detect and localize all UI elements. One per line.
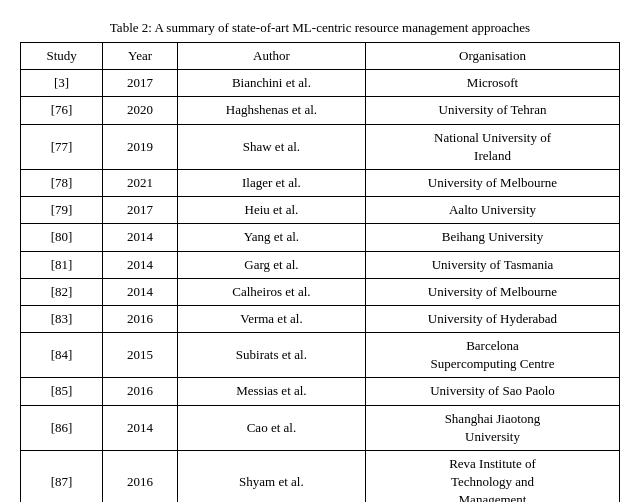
cell-author: Calheiros et al. bbox=[177, 278, 365, 305]
header-author: Author bbox=[177, 43, 365, 70]
cell-author: Messias et al. bbox=[177, 378, 365, 405]
cell-study: [87] bbox=[21, 451, 103, 503]
cell-study: [86] bbox=[21, 405, 103, 450]
cell-organisation: Aalto University bbox=[365, 197, 619, 224]
table-row: [87]2016Shyam et al.Reva Institute ofTec… bbox=[21, 451, 620, 503]
cell-organisation: University of Tehran bbox=[365, 97, 619, 124]
cell-organisation: Reva Institute ofTechnology andManagemen… bbox=[365, 451, 619, 503]
cell-year: 2019 bbox=[103, 124, 178, 169]
cell-study: [85] bbox=[21, 378, 103, 405]
cell-author: Subirats et al. bbox=[177, 333, 365, 378]
cell-year: 2014 bbox=[103, 278, 178, 305]
cell-study: [79] bbox=[21, 197, 103, 224]
table-container: Table 2: A summary of state-of-art ML-ce… bbox=[20, 20, 620, 502]
cell-year: 2017 bbox=[103, 70, 178, 97]
table-row: [82]2014Calheiros et al.University of Me… bbox=[21, 278, 620, 305]
table-caption: Table 2: A summary of state-of-art ML-ce… bbox=[20, 20, 620, 36]
cell-organisation: University of Hyderabad bbox=[365, 305, 619, 332]
cell-organisation: University of Melbourne bbox=[365, 169, 619, 196]
cell-author: Haghshenas et al. bbox=[177, 97, 365, 124]
cell-organisation: Microsoft bbox=[365, 70, 619, 97]
table-row: [3]2017Bianchini et al.Microsoft bbox=[21, 70, 620, 97]
table-row: [79]2017Heiu et al.Aalto University bbox=[21, 197, 620, 224]
header-row: Study Year Author Organisation bbox=[21, 43, 620, 70]
cell-study: [82] bbox=[21, 278, 103, 305]
table-row: [83]2016Verma et al.University of Hydera… bbox=[21, 305, 620, 332]
cell-organisation: BarcelonaSupercomputing Centre bbox=[365, 333, 619, 378]
table-row: [80]2014Yang et al.Beihang University bbox=[21, 224, 620, 251]
cell-study: [76] bbox=[21, 97, 103, 124]
table-row: [76]2020Haghshenas et al.University of T… bbox=[21, 97, 620, 124]
cell-year: 2020 bbox=[103, 97, 178, 124]
cell-study: [81] bbox=[21, 251, 103, 278]
cell-organisation: National University ofIreland bbox=[365, 124, 619, 169]
header-organisation: Organisation bbox=[365, 43, 619, 70]
cell-year: 2017 bbox=[103, 197, 178, 224]
cell-year: 2014 bbox=[103, 405, 178, 450]
cell-year: 2014 bbox=[103, 251, 178, 278]
cell-organisation: Shanghai JiaotongUniversity bbox=[365, 405, 619, 450]
cell-organisation: Beihang University bbox=[365, 224, 619, 251]
cell-organisation: University of Tasmania bbox=[365, 251, 619, 278]
cell-author: Heiu et al. bbox=[177, 197, 365, 224]
header-study: Study bbox=[21, 43, 103, 70]
table-row: [84]2015Subirats et al.BarcelonaSupercom… bbox=[21, 333, 620, 378]
cell-year: 2016 bbox=[103, 451, 178, 503]
cell-study: [83] bbox=[21, 305, 103, 332]
cell-author: Bianchini et al. bbox=[177, 70, 365, 97]
cell-year: 2016 bbox=[103, 378, 178, 405]
cell-study: [77] bbox=[21, 124, 103, 169]
table-row: [77]2019Shaw et al.National University o… bbox=[21, 124, 620, 169]
cell-study: [80] bbox=[21, 224, 103, 251]
cell-study: [3] bbox=[21, 70, 103, 97]
table-row: [86]2014Cao et al.Shanghai JiaotongUnive… bbox=[21, 405, 620, 450]
cell-author: Garg et al. bbox=[177, 251, 365, 278]
cell-study: [78] bbox=[21, 169, 103, 196]
table-row: [78]2021Ilager et al.University of Melbo… bbox=[21, 169, 620, 196]
cell-author: Cao et al. bbox=[177, 405, 365, 450]
table-row: [85]2016Messias et al.University of Sao … bbox=[21, 378, 620, 405]
cell-author: Shyam et al. bbox=[177, 451, 365, 503]
data-table: Study Year Author Organisation [3]2017Bi… bbox=[20, 42, 620, 502]
table-row: [81]2014Garg et al.University of Tasmani… bbox=[21, 251, 620, 278]
cell-year: 2015 bbox=[103, 333, 178, 378]
cell-organisation: University of Sao Paolo bbox=[365, 378, 619, 405]
cell-year: 2021 bbox=[103, 169, 178, 196]
cell-year: 2014 bbox=[103, 224, 178, 251]
header-year: Year bbox=[103, 43, 178, 70]
cell-author: Yang et al. bbox=[177, 224, 365, 251]
cell-author: Shaw et al. bbox=[177, 124, 365, 169]
cell-author: Verma et al. bbox=[177, 305, 365, 332]
cell-year: 2016 bbox=[103, 305, 178, 332]
cell-organisation: University of Melbourne bbox=[365, 278, 619, 305]
cell-study: [84] bbox=[21, 333, 103, 378]
cell-author: Ilager et al. bbox=[177, 169, 365, 196]
